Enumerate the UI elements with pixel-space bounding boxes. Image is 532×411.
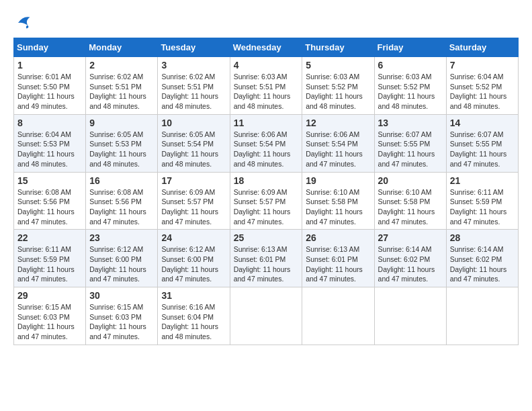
day-number: 5 [306,60,370,71]
day-detail: Sunrise: 6:15 AMSunset: 6:03 PMDaylight:… [89,303,146,340]
day-number: 14 [450,118,515,128]
calendar-day-11: 11 Sunrise: 6:06 AMSunset: 5:54 PMDaylig… [230,114,302,172]
day-detail: Sunrise: 6:08 AMSunset: 5:56 PMDaylight:… [17,188,75,226]
day-number: 4 [234,60,299,71]
empty-cell [230,287,302,345]
calendar-table: SundayMondayTuesdayWednesdayThursdayFrid… [13,38,519,345]
page-header [13,13,519,32]
calendar-day-7: 7 Sunrise: 6:04 AMSunset: 5:52 PMDayligh… [446,57,518,115]
day-detail: Sunrise: 6:12 AMSunset: 6:00 PMDaylight:… [89,245,146,283]
day-detail: Sunrise: 6:05 AMSunset: 5:54 PMDaylight:… [161,130,218,168]
day-number: 18 [234,175,299,186]
logo-icon [13,13,32,32]
day-detail: Sunrise: 6:12 AMSunset: 6:00 PMDaylight:… [161,245,218,283]
calendar-day-13: 13 Sunrise: 6:07 AMSunset: 5:55 PMDaylig… [374,114,446,172]
calendar-day-19: 19 Sunrise: 6:10 AMSunset: 5:58 PMDaylig… [302,172,374,230]
day-detail: Sunrise: 6:16 AMSunset: 6:04 PMDaylight:… [161,303,218,340]
calendar-week-2: 8 Sunrise: 6:04 AMSunset: 5:53 PMDayligh… [14,114,519,172]
day-detail: Sunrise: 6:06 AMSunset: 5:54 PMDaylight:… [306,130,363,168]
day-number: 6 [378,60,443,71]
day-detail: Sunrise: 6:08 AMSunset: 5:56 PMDaylight:… [89,188,146,226]
day-number: 3 [161,60,226,71]
calendar-day-29: 29 Sunrise: 6:15 AMSunset: 6:03 PMDaylig… [14,287,86,345]
calendar-day-21: 21 Sunrise: 6:11 AMSunset: 5:59 PMDaylig… [446,172,518,230]
calendar-week-3: 15 Sunrise: 6:08 AMSunset: 5:56 PMDaylig… [14,172,519,230]
calendar-day-3: 3 Sunrise: 6:02 AMSunset: 5:51 PMDayligh… [158,57,230,115]
calendar-day-20: 20 Sunrise: 6:10 AMSunset: 5:58 PMDaylig… [374,172,446,230]
day-detail: Sunrise: 6:11 AMSunset: 5:59 PMDaylight:… [17,245,75,283]
calendar-week-4: 22 Sunrise: 6:11 AMSunset: 5:59 PMDaylig… [14,230,519,287]
calendar-day-28: 28 Sunrise: 6:14 AMSunset: 6:02 PMDaylig… [446,230,518,287]
day-number: 13 [378,118,443,128]
day-detail: Sunrise: 6:09 AMSunset: 5:57 PMDaylight:… [161,188,218,226]
day-number: 23 [89,232,154,243]
calendar-header-tuesday: Tuesday [158,38,230,57]
day-number: 21 [450,175,515,186]
calendar-day-2: 2 Sunrise: 6:02 AMSunset: 5:51 PMDayligh… [86,57,158,115]
calendar-day-26: 26 Sunrise: 6:13 AMSunset: 6:01 PMDaylig… [302,230,374,287]
empty-cell [302,287,374,345]
calendar-day-16: 16 Sunrise: 6:08 AMSunset: 5:56 PMDaylig… [86,172,158,230]
calendar-day-9: 9 Sunrise: 6:05 AMSunset: 5:53 PMDayligh… [86,114,158,172]
day-detail: Sunrise: 6:11 AMSunset: 5:59 PMDaylight:… [450,188,507,226]
calendar-day-23: 23 Sunrise: 6:12 AMSunset: 6:00 PMDaylig… [86,230,158,287]
day-number: 12 [306,118,370,128]
empty-cell [446,287,518,345]
day-detail: Sunrise: 6:02 AMSunset: 5:51 PMDaylight:… [161,73,218,110]
day-detail: Sunrise: 6:07 AMSunset: 5:55 PMDaylight:… [378,130,435,168]
day-detail: Sunrise: 6:14 AMSunset: 6:02 PMDaylight:… [378,245,435,283]
calendar-week-1: 1 Sunrise: 6:01 AMSunset: 5:50 PMDayligh… [14,57,519,115]
day-number: 8 [17,118,82,128]
day-detail: Sunrise: 6:14 AMSunset: 6:02 PMDaylight:… [450,245,507,283]
day-detail: Sunrise: 6:10 AMSunset: 5:58 PMDaylight:… [306,188,363,226]
calendar-day-22: 22 Sunrise: 6:11 AMSunset: 5:59 PMDaylig… [14,230,86,287]
day-detail: Sunrise: 6:02 AMSunset: 5:51 PMDaylight:… [89,73,146,110]
day-detail: Sunrise: 6:05 AMSunset: 5:53 PMDaylight:… [89,130,146,168]
day-detail: Sunrise: 6:10 AMSunset: 5:58 PMDaylight:… [378,188,435,226]
calendar-body: 1 Sunrise: 6:01 AMSunset: 5:50 PMDayligh… [14,57,519,345]
day-number: 10 [161,118,226,128]
calendar-day-30: 30 Sunrise: 6:15 AMSunset: 6:03 PMDaylig… [86,287,158,345]
day-number: 20 [378,175,443,186]
calendar-day-12: 12 Sunrise: 6:06 AMSunset: 5:54 PMDaylig… [302,114,374,172]
day-detail: Sunrise: 6:15 AMSunset: 6:03 PMDaylight:… [17,303,75,340]
calendar-header-friday: Friday [374,38,446,57]
day-number: 31 [161,290,226,301]
calendar-header-monday: Monday [86,38,158,57]
day-number: 28 [450,232,515,243]
day-detail: Sunrise: 6:04 AMSunset: 5:52 PMDaylight:… [450,73,507,110]
calendar-day-10: 10 Sunrise: 6:05 AMSunset: 5:54 PMDaylig… [158,114,230,172]
calendar-day-24: 24 Sunrise: 6:12 AMSunset: 6:00 PMDaylig… [158,230,230,287]
day-detail: Sunrise: 6:03 AMSunset: 5:52 PMDaylight:… [378,73,435,110]
calendar-day-14: 14 Sunrise: 6:07 AMSunset: 5:55 PMDaylig… [446,114,518,172]
day-number: 26 [306,232,370,243]
logo [13,13,35,32]
day-detail: Sunrise: 6:13 AMSunset: 6:01 PMDaylight:… [306,245,363,283]
day-number: 9 [89,118,154,128]
calendar-week-5: 29 Sunrise: 6:15 AMSunset: 6:03 PMDaylig… [14,287,519,345]
calendar-day-1: 1 Sunrise: 6:01 AMSunset: 5:50 PMDayligh… [14,57,86,115]
calendar-day-15: 15 Sunrise: 6:08 AMSunset: 5:56 PMDaylig… [14,172,86,230]
day-detail: Sunrise: 6:09 AMSunset: 5:57 PMDaylight:… [234,188,291,226]
calendar-header-thursday: Thursday [302,38,374,57]
day-number: 24 [161,232,226,243]
calendar-day-25: 25 Sunrise: 6:13 AMSunset: 6:01 PMDaylig… [230,230,302,287]
calendar-day-6: 6 Sunrise: 6:03 AMSunset: 5:52 PMDayligh… [374,57,446,115]
day-number: 1 [17,60,82,71]
calendar-header-row: SundayMondayTuesdayWednesdayThursdayFrid… [14,38,519,57]
calendar-header-sunday: Sunday [14,38,86,57]
day-number: 19 [306,175,370,186]
day-number: 27 [378,232,443,243]
day-detail: Sunrise: 6:06 AMSunset: 5:54 PMDaylight:… [234,130,291,168]
calendar-day-4: 4 Sunrise: 6:03 AMSunset: 5:51 PMDayligh… [230,57,302,115]
day-number: 11 [234,118,299,128]
calendar-day-17: 17 Sunrise: 6:09 AMSunset: 5:57 PMDaylig… [158,172,230,230]
calendar-header-wednesday: Wednesday [230,38,302,57]
day-number: 7 [450,60,515,71]
day-number: 2 [89,60,154,71]
calendar-day-27: 27 Sunrise: 6:14 AMSunset: 6:02 PMDaylig… [374,230,446,287]
day-detail: Sunrise: 6:03 AMSunset: 5:51 PMDaylight:… [234,73,291,110]
day-number: 16 [89,175,154,186]
day-number: 15 [17,175,82,186]
day-detail: Sunrise: 6:07 AMSunset: 5:55 PMDaylight:… [450,130,507,168]
